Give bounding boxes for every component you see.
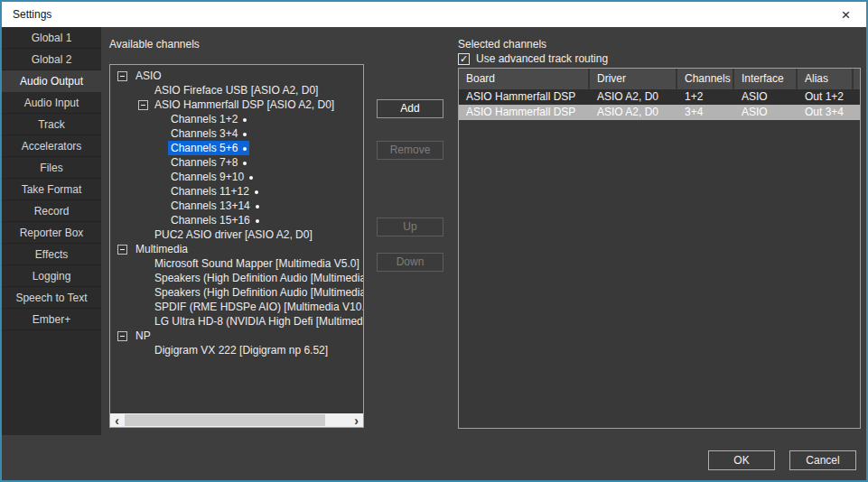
- tree-item-label[interactable]: ASIO Hammerfall DSP [ASIO A2, D0]: [152, 97, 337, 112]
- sidebar-item-audio-input[interactable]: Audio Input: [2, 92, 101, 114]
- checkbox-label[interactable]: Use advanced track routing: [476, 52, 608, 65]
- sidebar-item-global-1[interactable]: Global 1: [2, 27, 101, 49]
- tree-item-label[interactable]: Digigram VX 222 [Digigram np 6.52]: [152, 343, 331, 357]
- tree-item-channels-1-2[interactable]: Channels 1+2: [110, 112, 363, 126]
- tree-item-channels-13-14[interactable]: Channels 13+14: [110, 199, 363, 213]
- checkbox-checked-icon[interactable]: ✓: [458, 53, 470, 65]
- tree-item-label[interactable]: LG Ultra HD-8 (NVIDIA High Defi [Multime…: [152, 314, 364, 329]
- column-header-alias[interactable]: Alias: [798, 69, 854, 89]
- tree-item-label[interactable]: Multimedia: [133, 242, 191, 256]
- up-button[interactable]: Up: [377, 218, 443, 236]
- available-channels-label: Available channels: [109, 38, 200, 51]
- table-row[interactable]: ASIO Hammerfall DSPASIO A2, D03+4ASIOOut…: [459, 105, 860, 120]
- scrollbar-thumb[interactable]: [125, 414, 325, 426]
- sidebar-item-record[interactable]: Record: [2, 200, 101, 222]
- sidebar-item-track[interactable]: Track: [2, 114, 101, 135]
- tree-item-label[interactable]: Channels 15+16: [168, 213, 262, 227]
- close-icon[interactable]: ×: [826, 2, 866, 27]
- tree-item-asio[interactable]: ASIO: [110, 69, 363, 83]
- table-header: BoardDriverChannelsInterfaceAlias: [459, 69, 860, 89]
- tree-item-channels-5-6[interactable]: Channels 5+6: [110, 141, 363, 155]
- channel-dot-icon: [243, 133, 247, 136]
- sidebar-item-take-format[interactable]: Take Format: [2, 179, 101, 200]
- add-button[interactable]: Add: [377, 99, 443, 118]
- tree-item-microsoft-sound-mapper-multimedia-v5-0[interactable]: Microsoft Sound Mapper [Multimedia V5.0]: [110, 256, 363, 271]
- tree-item-speakers-high-definition-audio-multimedia-v[interactable]: Speakers (High Definition Audio [Multime…: [110, 271, 363, 285]
- tree-item-channels-7-8[interactable]: Channels 7+8: [110, 155, 363, 170]
- table-body: ASIO Hammerfall DSPASIO A2, D01+2ASIOOut…: [459, 89, 860, 120]
- column-header-filler: [854, 69, 861, 89]
- table-cell: 1+2: [677, 89, 734, 105]
- scroll-left-icon[interactable]: ‹: [110, 413, 124, 427]
- tree-item-multimedia[interactable]: Multimedia: [110, 242, 363, 256]
- tree-item-label[interactable]: SPDIF (RME HDSPe AIO) [Multimedia V10.0]: [152, 300, 364, 314]
- tree-item-label[interactable]: Speakers (High Definition Audio [Multime…: [152, 271, 364, 285]
- channel-dot-icon: [243, 147, 247, 151]
- horizontal-scrollbar[interactable]: ‹ ›: [110, 413, 363, 427]
- table-cell: ASIO Hammerfall DSP: [459, 89, 590, 105]
- table-cell: ASIO Hammerfall DSP: [459, 105, 590, 120]
- column-header-channels[interactable]: Channels: [677, 69, 734, 89]
- collapse-minus-icon[interactable]: [117, 71, 127, 81]
- tree-item-label[interactable]: Speakers (High Definition Audio [Multime…: [152, 285, 364, 300]
- tree-item-asio-hammerfall-dsp-asio-a2-d0[interactable]: ASIO Hammerfall DSP [ASIO A2, D0]: [110, 97, 363, 112]
- scroll-right-icon[interactable]: ›: [350, 413, 363, 427]
- tree-item-speakers-high-definition-audio-multimedia-v[interactable]: Speakers (High Definition Audio [Multime…: [110, 285, 363, 300]
- collapse-minus-icon[interactable]: [117, 245, 127, 255]
- table-cell: Out 1+2: [798, 89, 854, 105]
- channel-dot-icon: [243, 118, 247, 122]
- table-row[interactable]: ASIO Hammerfall DSPASIO A2, D01+2ASIOOut…: [459, 89, 860, 105]
- tree-item-np[interactable]: NP: [110, 329, 363, 343]
- tree-item-label[interactable]: Channels 7+8: [168, 155, 249, 170]
- tree-item-label[interactable]: NP: [133, 329, 154, 343]
- cancel-button[interactable]: Cancel: [789, 450, 856, 470]
- tree-item-label[interactable]: PUC2 ASIO driver [ASIO A2, D0]: [152, 227, 315, 242]
- sidebar-item-logging[interactable]: Logging: [2, 265, 101, 287]
- tree-item-label[interactable]: ASIO Fireface USB [ASIO A2, D0]: [152, 83, 321, 97]
- sidebar-item-accelerators[interactable]: Accelerators: [2, 135, 101, 157]
- available-tree: ASIOASIO Fireface USB [ASIO A2, D0]ASIO …: [110, 69, 363, 357]
- collapse-minus-icon[interactable]: [117, 331, 127, 341]
- tree-item-label[interactable]: Channels 3+4: [168, 126, 249, 141]
- sidebar-item-speech-to-text[interactable]: Speech to Text: [2, 287, 101, 309]
- tree-item-digigram-vx-222-digigram-np-6-52[interactable]: Digigram VX 222 [Digigram np 6.52]: [110, 343, 363, 357]
- selected-channels-label: Selected channels: [458, 38, 546, 51]
- remove-button[interactable]: Remove: [377, 141, 443, 160]
- titlebar: Settings ×: [2, 2, 866, 27]
- sidebar-item-ember[interactable]: Ember+: [2, 309, 101, 330]
- tree-item-label[interactable]: Microsoft Sound Mapper [Multimedia V5.0]: [152, 256, 362, 271]
- sidebar-item-reporter-box[interactable]: Reporter Box: [2, 222, 101, 244]
- tree-item-label[interactable]: Channels 1+2: [168, 112, 249, 126]
- ok-button[interactable]: OK: [708, 450, 775, 470]
- table-cell: ASIO A2, D0: [590, 89, 677, 105]
- tree-item-spdif-rme-hdspe-aio-multimedia-v10-0[interactable]: SPDIF (RME HDSPe AIO) [Multimedia V10.0]: [110, 300, 363, 314]
- sidebar-item-effects[interactable]: Effects: [2, 244, 101, 265]
- tree-item-label[interactable]: ASIO: [133, 69, 164, 83]
- table-cell: ASIO: [734, 105, 798, 120]
- column-header-interface[interactable]: Interface: [734, 69, 798, 89]
- tree-item-lg-ultra-hd-8-nvidia-high-defi-multimedia-v[interactable]: LG Ultra HD-8 (NVIDIA High Defi [Multime…: [110, 314, 363, 329]
- window-title: Settings: [2, 8, 51, 21]
- tree-item-label[interactable]: Channels 13+14: [168, 199, 262, 213]
- tree-item-label[interactable]: Channels 5+6: [168, 141, 249, 155]
- sidebar: Global 1Global 2Audio OutputAudio InputT…: [2, 27, 101, 435]
- collapse-minus-icon[interactable]: [138, 100, 148, 110]
- sidebar-item-audio-output[interactable]: Audio Output: [2, 70, 101, 92]
- tree-item-asio-fireface-usb-asio-a2-d0[interactable]: ASIO Fireface USB [ASIO A2, D0]: [110, 83, 363, 97]
- down-button[interactable]: Down: [377, 253, 443, 272]
- channel-dot-icon: [256, 219, 259, 223]
- tree-item-channels-9-10[interactable]: Channels 9+10: [110, 170, 363, 184]
- sidebar-item-global-2[interactable]: Global 2: [2, 49, 101, 70]
- tree-item-channels-11-12[interactable]: Channels 11+12: [110, 184, 363, 199]
- column-header-board[interactable]: Board: [459, 69, 590, 89]
- tree-item-channels-15-16[interactable]: Channels 15+16: [110, 213, 363, 227]
- tree-item-puc2-asio-driver-asio-a2-d0[interactable]: PUC2 ASIO driver [ASIO A2, D0]: [110, 227, 363, 242]
- sidebar-item-files[interactable]: Files: [2, 157, 101, 179]
- channel-dot-icon: [243, 162, 247, 165]
- column-header-driver[interactable]: Driver: [590, 69, 677, 89]
- tree-item-label[interactable]: Channels 11+12: [168, 184, 261, 199]
- table-cell: Out 3+4: [798, 105, 854, 120]
- table-cell: 3+4: [677, 105, 734, 120]
- tree-item-channels-3-4[interactable]: Channels 3+4: [110, 126, 363, 141]
- tree-item-label[interactable]: Channels 9+10: [168, 170, 256, 184]
